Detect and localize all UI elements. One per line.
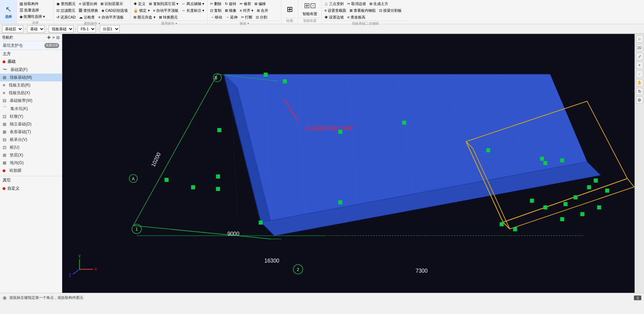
gen-earthwork-btn[interactable]: ⊞ 生成土方 <box>368 1 390 7</box>
sidebar-item-pile-cap[interactable]: ⊟ 桩承台(V) <box>0 136 62 144</box>
sidebar-foundation-support[interactable]: 基坑支护仓 免费试用 <box>0 41 62 50</box>
custom-dot <box>3 187 5 190</box>
two-point-axis-btn[interactable]: ↔ 两点辅轴 ▾ <box>180 1 206 7</box>
right-toolbar: ○ 2D ⤢ + - ✋ ↻ ⚙ <box>635 34 644 293</box>
pick-icon: ⊞ <box>19 1 23 6</box>
cancel-slope-btn[interactable]: ✂ 取消边坡 <box>346 1 367 7</box>
offset-btn[interactable]: ⊞ 偏移 <box>253 1 267 7</box>
view-rebar-btn[interactable]: ⊠ 查看板内钢筋 <box>348 7 377 14</box>
pick-element-btn[interactable]: ⊞ 拾取构件 <box>18 1 40 7</box>
view-3d-btn[interactable]: ○ <box>636 35 643 43</box>
delete-btn[interactable]: ✂ 删除 <box>209 1 223 7</box>
sidebar-item-column-cap[interactable]: ⊡ 柱墩(Y) <box>0 113 62 120</box>
three-point-slope-btn[interactable]: △ 三点变斜 <box>323 1 345 7</box>
zoom-fit-btn[interactable]: ⤢ <box>636 53 643 60</box>
layer3-select[interactable]: 筏板基础 <box>49 25 74 33</box>
nav-add-icon[interactable]: ✚ <box>47 35 51 40</box>
status-text: 按鼠标左键指定第一个角点，或拾取构件图元 <box>9 295 83 300</box>
layer1-select[interactable]: 基础层 <box>2 25 23 33</box>
sidebar-item-trench[interactable]: ⊠ 地沟(G) <box>0 159 62 167</box>
find-element-btn[interactable]: ◉ 查找图元 <box>55 1 77 7</box>
cad-identify-btn[interactable]: ◈ CAD识别选项 <box>100 7 129 14</box>
svg-rect-54 <box>597 205 601 209</box>
select-button[interactable]: ↖ 选择 <box>0 0 17 24</box>
sidebar: 导航栏 ✚ ≡ ⊞ 基坑支护仓 免费试用 土方 基础 〜 基础梁(F) ⊞ <box>0 34 62 293</box>
sidebar-item-raft-main-rebar[interactable]: ≡ 筏板主筋(R) <box>0 81 62 89</box>
canvas-area[interactable]: X Y Z <box>62 34 635 293</box>
split-by-beam-btn[interactable]: ⊡ 按梁分割板 <box>378 7 403 14</box>
identify-layer-btn[interactable]: ⊠ 识别层显示 <box>99 1 124 7</box>
pile-icon: ⊡ <box>3 145 6 150</box>
sidebar-item-isolated-foundation[interactable]: ⊞ 独立基础(D) <box>0 120 62 128</box>
merge-btn[interactable]: ⊞ 合并 <box>255 7 270 14</box>
find-replace-btn[interactable]: ☰ 查找替换 <box>77 7 99 14</box>
copy-btn[interactable]: ⊡ 复制 <box>209 7 223 14</box>
cloud-check-btn[interactable]: ☁ 云检查 <box>78 14 96 21</box>
trim-btn[interactable]: ✏ 修剪 <box>238 1 252 7</box>
restore-cad-btn[interactable]: ↺ 还原CAD <box>55 14 77 21</box>
zoom-out-btn[interactable]: - <box>636 70 643 78</box>
raft-section-label: 筏板基础二次编辑 <box>323 21 408 26</box>
zoom-in-btn[interactable]: + <box>636 62 643 69</box>
mirror-btn[interactable]: ⊠ 镜像 <box>224 7 238 14</box>
filter-element-btn[interactable]: ⊡ 过滤图元 <box>55 7 77 14</box>
element-store-btn[interactable]: ⊞ 图元存盘 ▾ <box>132 14 157 21</box>
sidebar-item-brick-film[interactable]: 砖胎膜 <box>0 167 62 174</box>
sidebar-item-strip-foundation[interactable]: ⊠ 条形基础(T) <box>0 128 62 136</box>
trench-icon: ⊠ <box>3 160 6 165</box>
lock-btn[interactable]: 🔒 锁定 ▾ <box>132 7 151 14</box>
cushion-icon: ⊞ <box>3 153 6 158</box>
sidebar-item-cushion[interactable]: ⊞ 垫层(X) <box>0 151 62 159</box>
earthwork-label: 土方 <box>3 51 11 57</box>
point-A: A <box>132 176 134 181</box>
auto-align-btn[interactable]: ≡ 自动平齐顶板 <box>97 14 125 21</box>
sidebar-item-foundation-beam[interactable]: 〜 基础梁(F) <box>0 66 62 74</box>
svg-rect-31 <box>217 128 222 132</box>
view-height-btn[interactable]: ≡ 查改板高 <box>346 14 366 21</box>
define-btn[interactable]: ◈ 定义 <box>132 1 147 7</box>
view-2d-btn[interactable]: 2D <box>636 44 643 51</box>
svg-rect-33 <box>216 187 220 191</box>
nav-list-icon[interactable]: ≡ <box>52 35 55 40</box>
settings-btn[interactable]: ⚙ <box>636 96 643 104</box>
set-slope-btn[interactable]: ◈ 设置边坡 <box>323 14 345 21</box>
svg-rect-45 <box>544 205 548 209</box>
sump-icon: ⌒ <box>3 106 7 112</box>
sidebar-item-pile[interactable]: ⊡ 桩(U) <box>0 144 62 151</box>
set-scale-btn[interactable]: ≡ 设置比例 <box>78 1 98 7</box>
set-section-btn[interactable]: ≡ 设置变截面 <box>323 7 347 14</box>
raft-icon: ⊞ <box>3 75 6 80</box>
svg-rect-43 <box>560 158 564 162</box>
move-btn[interactable]: → 移动 <box>209 14 224 21</box>
svg-rect-49 <box>594 179 598 183</box>
main-area: 导航栏 ✚ ≡ ⊞ 基坑支护仓 免费试用 土方 基础 〜 基础梁(F) ⊞ <box>0 34 644 293</box>
split-btn[interactable]: ⊡ 分割 <box>254 14 269 21</box>
nav-grid-icon[interactable]: ⊞ <box>56 35 60 40</box>
pan-btn[interactable]: ✋ <box>636 79 643 86</box>
sidebar-earthwork[interactable]: 土方 <box>0 50 62 58</box>
sidebar-item-foundation-band[interactable]: ⊟ 基础板带(W) <box>0 97 62 105</box>
layer2-select[interactable]: 基础 <box>27 25 45 33</box>
rotate-view-btn[interactable]: ↻ <box>636 88 643 95</box>
draw-btn[interactable]: ⊞ <box>285 4 294 14</box>
batch-select-btn[interactable]: ☰ 批量选择 <box>18 7 40 13</box>
attr-select-btn[interactable]: ◈ 按属性选择 ▾ <box>18 13 46 20</box>
smart-layout-btn[interactable]: 智能布置 <box>301 11 319 17</box>
column-cap-icon: ⊡ <box>3 114 6 119</box>
layer5-select[interactable]: 分层1 <box>100 25 120 33</box>
svg-rect-35 <box>191 185 195 189</box>
pile-cap-label: 桩承台(V) <box>10 137 27 143</box>
length-mark-btn[interactable]: ↔ 长度标注 ▾ <box>180 7 206 14</box>
sidebar-item-sump[interactable]: ⌒ 集水坑(K) <box>0 105 62 113</box>
copy-layer-btn[interactable]: ⊞ 复制到其它层 ▾ <box>148 1 179 7</box>
break-btn[interactable]: ✂ 打断 <box>240 14 254 21</box>
extend-btn[interactable]: → 延伸 <box>224 14 239 21</box>
svg-rect-42 <box>544 161 548 165</box>
convert-element-btn[interactable]: ⊠ 转换图元 <box>158 14 179 21</box>
auto-level-btn[interactable]: ≡ 自动平齐顶板 <box>152 7 180 14</box>
sidebar-item-raft-neg-rebar[interactable]: ≡ 筏板负筋(X) <box>0 89 62 97</box>
sidebar-item-raft-foundation[interactable]: ⊞ 筏板基础(M) <box>0 74 62 81</box>
rotate-btn[interactable]: ↻ 旋转 <box>224 1 238 7</box>
layer4-select[interactable]: FB-1 <box>78 25 96 33</box>
align-btn[interactable]: ≡ 对齐 ▾ <box>238 7 255 14</box>
